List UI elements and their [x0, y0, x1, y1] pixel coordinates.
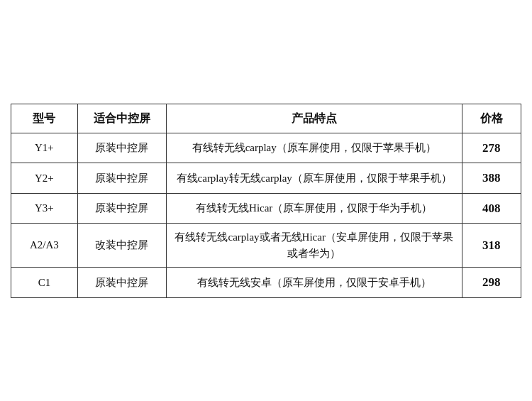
cell-screen: 改装中控屏	[77, 224, 166, 268]
cell-model: C1	[11, 268, 78, 298]
cell-features: 有线转无线Hicar（原车屏使用，仅限于华为手机）	[166, 193, 462, 224]
cell-screen: 原装中控屏	[77, 193, 166, 224]
table-row: A2/A3改装中控屏有线转无线carplay或者无线Hicar（安卓屏使用，仅限…	[11, 224, 521, 268]
table-row: Y3+原装中控屏有线转无线Hicar（原车屏使用，仅限于华为手机）408	[11, 193, 521, 224]
cell-price: 388	[462, 163, 521, 194]
cell-price: 278	[462, 133, 521, 163]
cell-screen: 原装中控屏	[77, 268, 166, 298]
table-row: Y1+原装中控屏有线转无线carplay（原车屏使用，仅限于苹果手机）278	[11, 133, 521, 163]
cell-model: Y2+	[11, 163, 78, 194]
header-model: 型号	[11, 104, 78, 133]
table-row: C1原装中控屏有线转无线安卓（原车屏使用，仅限于安卓手机）298	[11, 268, 521, 298]
cell-screen: 原装中控屏	[77, 133, 166, 163]
cell-features: 有线转无线安卓（原车屏使用，仅限于安卓手机）	[166, 268, 462, 298]
cell-model: A2/A3	[11, 224, 78, 268]
cell-screen: 原装中控屏	[77, 163, 166, 194]
table-header-row: 型号 适合中控屏 产品特点 价格	[11, 104, 521, 133]
product-table-container: 型号 适合中控屏 产品特点 价格 Y1+原装中控屏有线转无线carplay（原车…	[11, 104, 521, 298]
product-table: 型号 适合中控屏 产品特点 价格 Y1+原装中控屏有线转无线carplay（原车…	[11, 104, 521, 298]
cell-model: Y3+	[11, 193, 78, 224]
header-screen: 适合中控屏	[77, 104, 166, 133]
cell-features: 有线转无线carplay（原车屏使用，仅限于苹果手机）	[166, 133, 462, 163]
cell-features: 有线carplay转无线carplay（原车屏使用，仅限于苹果手机）	[166, 163, 462, 194]
header-price: 价格	[462, 104, 521, 133]
cell-price: 298	[462, 268, 521, 298]
table-row: Y2+原装中控屏有线carplay转无线carplay（原车屏使用，仅限于苹果手…	[11, 163, 521, 194]
cell-price: 318	[462, 224, 521, 268]
header-features: 产品特点	[166, 104, 462, 133]
cell-price: 408	[462, 193, 521, 224]
cell-features: 有线转无线carplay或者无线Hicar（安卓屏使用，仅限于苹果或者华为）	[166, 224, 462, 268]
cell-model: Y1+	[11, 133, 78, 163]
